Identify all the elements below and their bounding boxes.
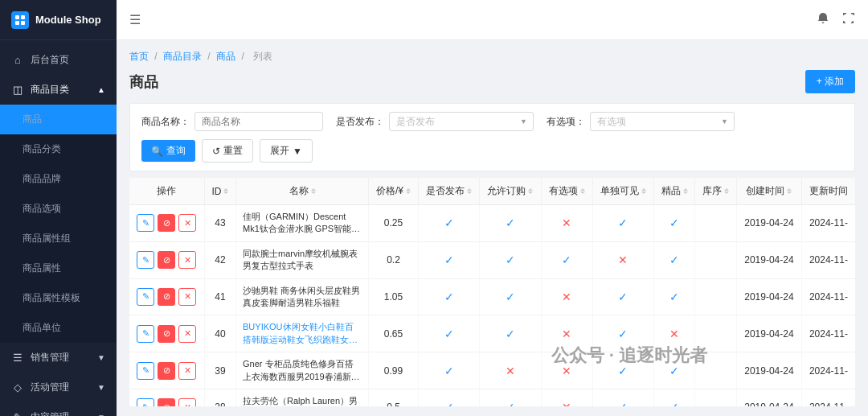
edit-button[interactable]: ✎ <box>137 214 154 232</box>
col-name[interactable]: 名称 <box>236 178 369 205</box>
reset-icon: ↺ <box>212 146 220 157</box>
breadcrumb-product-cat[interactable]: 商品目录 <box>163 51 202 62</box>
cell-action: ✎ ⊘ ✕ <box>129 315 204 352</box>
col-create-date[interactable]: 创建时间 <box>737 178 802 205</box>
stop-button[interactable]: ⊘ <box>158 362 175 380</box>
cell-name: Gner 专柜品质纯色修身百搭上衣海数西服男2019春浦新品男士休闲外套 <box>236 352 369 389</box>
col-solo-visible[interactable]: 单独可见 <box>592 178 653 205</box>
col-sort[interactable]: 库序 <box>695 178 737 205</box>
page-content: 首页 / 商品目录 / 商品 / 列表 商品 + 添加 商品名称： 是否发布： <box>117 40 868 416</box>
sidebar-item-product-attr-label: 商品属性 <box>23 262 61 275</box>
col-has-option[interactable]: 有选项 <box>541 178 592 205</box>
sidebar-item-product-unit[interactable]: 商品单位 <box>0 313 117 343</box>
sidebar-item-product-attr[interactable]: 商品属性 <box>0 253 117 283</box>
sidebar-item-content[interactable]: ✎ 内容管理 ▼ <box>0 402 117 416</box>
edit-button[interactable]: ✎ <box>137 398 154 406</box>
home-icon: ⌂ <box>11 54 24 66</box>
cell-update-date: 2024-11- <box>801 205 855 242</box>
sidebar-item-sales-label: 销售管理 <box>31 351 69 365</box>
edit-button[interactable]: ✎ <box>137 362 154 380</box>
filter-publish-select[interactable]: 是否发布 是 否 <box>389 112 534 131</box>
cell-action: ✎ ⊘ ✕ <box>129 352 204 389</box>
table-row: ✎ ⊘ ✕ 38 拉夫劳伦（Ralph Lauren）男士时尚修身衬衫 0.5 … <box>129 389 855 406</box>
hamburger-icon[interactable]: ☰ <box>129 12 141 27</box>
cell-name: 佳明（GARMIN）Descent Mk1钛合金潜水腕 GPS智能手表 多功能心… <box>236 205 369 242</box>
cell-name: BUYIKOU休闲女鞋小白鞋百搭韩版运动鞋女飞织跑鞋女单鞋基础2019新款小清新… <box>236 315 369 352</box>
bell-icon[interactable] <box>817 12 829 28</box>
filter-option: 有选项： 有选项 是 否 <box>547 112 735 131</box>
filter-publish-label: 是否发布： <box>336 115 384 129</box>
sidebar-item-product-option[interactable]: 商品选项 <box>0 194 117 224</box>
sidebar-item-product-attr-tmpl[interactable]: 商品属性模板 <box>0 283 117 313</box>
cell-create-date: 2019-04-24 <box>737 352 802 389</box>
delete-button[interactable]: ✕ <box>178 398 196 406</box>
delete-button[interactable]: ✕ <box>178 251 196 269</box>
action-bar: 🔍 查询 ↺ 重置 展开 ▼ <box>141 139 843 163</box>
cell-featured: ✓ <box>653 389 695 406</box>
check-true-icon: ✓ <box>669 401 679 406</box>
breadcrumb-home[interactable]: 首页 <box>129 51 149 62</box>
cell-published: ✓ <box>418 352 479 389</box>
col-orderable[interactable]: 允许订购 <box>480 178 541 205</box>
filter-option-select[interactable]: 有选项 是 否 <box>590 112 735 131</box>
cell-orderable: ✓ <box>480 205 541 242</box>
col-id[interactable]: ID <box>204 178 235 205</box>
sidebar-item-product-option-label: 商品选项 <box>23 202 61 216</box>
edit-button[interactable]: ✎ <box>137 325 154 343</box>
edit-button[interactable]: ✎ <box>137 288 154 306</box>
add-product-button[interactable]: + 添加 <box>805 70 855 93</box>
expand-button[interactable]: 展开 ▼ <box>260 139 313 163</box>
breadcrumb: 首页 / 商品目录 / 商品 / 列表 <box>129 50 855 64</box>
breadcrumb-product[interactable]: 商品 <box>216 51 235 62</box>
cell-sort <box>695 205 737 242</box>
content-icon: ✎ <box>11 411 24 416</box>
reset-button[interactable]: ↺ 重置 <box>202 139 253 163</box>
stop-button[interactable]: ⊘ <box>158 288 175 306</box>
breadcrumb-list: 列表 <box>253 51 272 62</box>
stop-button[interactable]: ⊘ <box>158 398 175 406</box>
filter-option-select-wrapper: 有选项 是 否 <box>590 112 735 131</box>
query-button[interactable]: 🔍 查询 <box>141 140 195 162</box>
cell-price: 0.65 <box>369 315 419 352</box>
sidebar-item-sales[interactable]: ☰ 销售管理 ▼ <box>0 343 117 373</box>
cell-featured: ✓ <box>653 352 695 389</box>
sidebar-item-activity[interactable]: ◇ 活动管理 ▼ <box>0 373 117 402</box>
delete-button[interactable]: ✕ <box>178 325 196 343</box>
breadcrumb-sep2: / <box>207 51 213 62</box>
sidebar-item-dashboard[interactable]: ⌂ 后台首页 <box>0 45 117 75</box>
delete-button[interactable]: ✕ <box>178 288 196 306</box>
edit-button[interactable]: ✎ <box>137 251 154 269</box>
cell-published: ✓ <box>418 315 479 352</box>
sidebar-item-product-brand[interactable]: 商品品牌 <box>0 164 117 194</box>
check-true-icon: ✓ <box>444 216 454 229</box>
check-true-icon: ✓ <box>618 401 628 406</box>
table-row: ✎ ⊘ ✕ 40 BUYIKOU休闲女鞋小白鞋百搭韩版运动鞋女飞织跑鞋女单鞋基础… <box>129 315 855 352</box>
col-price[interactable]: 价格/¥ <box>369 178 419 205</box>
fullscreen-icon[interactable] <box>842 12 855 28</box>
stop-button[interactable]: ⊘ <box>158 214 175 232</box>
filter-name-input[interactable] <box>194 112 323 131</box>
sidebar-item-product-cat2[interactable]: 商品分类 <box>0 134 117 164</box>
col-published[interactable]: 是否发布 <box>418 178 479 205</box>
check-false-icon: ✕ <box>562 290 571 303</box>
breadcrumb-sep3: / <box>241 51 247 62</box>
check-true-icon: ✓ <box>444 365 454 377</box>
product-name: Gner 专柜品质纯色修身百搭上衣海数西服男2019春浦新品男士休闲外套 <box>243 358 362 383</box>
check-false-icon: ✕ <box>562 401 571 406</box>
cell-sort <box>695 278 737 315</box>
stop-button[interactable]: ⊘ <box>158 325 175 343</box>
sidebar-item-product[interactable]: 商品 <box>0 105 117 134</box>
sidebar-item-product-cat[interactable]: ◫ 商品目类 ▲ <box>0 75 117 105</box>
activity-icon: ◇ <box>11 381 24 393</box>
check-true-icon: ✓ <box>444 327 454 340</box>
header: ☰ <box>117 0 868 40</box>
product-table: 操作 ID 名称 <box>129 178 855 406</box>
delete-button[interactable]: ✕ <box>178 362 196 380</box>
cell-price: 0.25 <box>369 205 419 242</box>
stop-button[interactable]: ⊘ <box>158 251 175 269</box>
col-featured[interactable]: 精品 <box>653 178 695 205</box>
delete-button[interactable]: ✕ <box>178 214 196 232</box>
check-true-icon: ✓ <box>618 290 628 303</box>
table-row: ✎ ⊘ ✕ 41 沙驰男鞋 商务休闲头层皮鞋男真皮套脚耐适男鞋乐福鞋 1.05 … <box>129 278 855 315</box>
sidebar-item-product-attr-group[interactable]: 商品属性组 <box>0 224 117 253</box>
